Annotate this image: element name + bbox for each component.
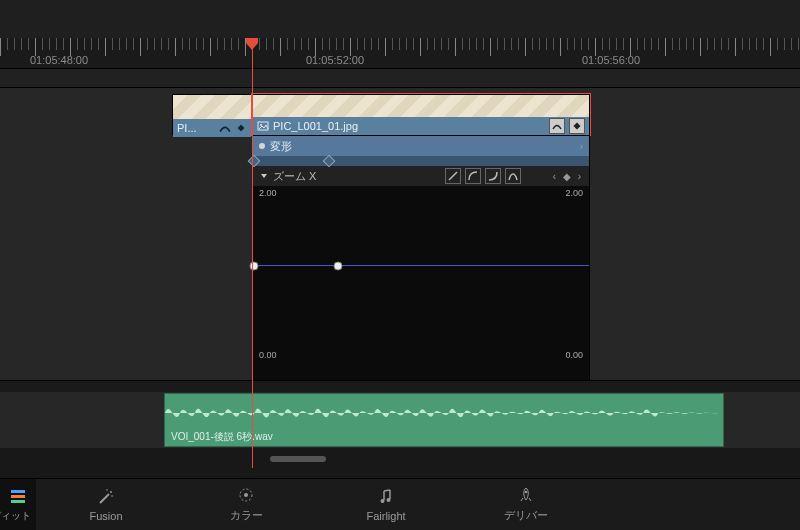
kf-section-header[interactable]: 変形 › — [253, 136, 589, 156]
clip-a-label: PI... — [177, 122, 197, 134]
kf-curve-line — [253, 265, 589, 266]
kf-val-topright: 2.00 — [565, 188, 583, 198]
ruler-tc-0: 01:05:48:00 — [30, 54, 88, 66]
below-tracks — [0, 448, 800, 478]
kf-val-topleft: 2.00 — [259, 188, 277, 198]
music-note-icon — [377, 488, 395, 506]
kf-graph[interactable] — [253, 200, 589, 348]
image-icon — [257, 120, 269, 132]
clip-b-curve-toggle[interactable] — [549, 118, 565, 134]
tab-fusion[interactable]: Fusion — [36, 479, 176, 530]
clip-a-diamond-icon[interactable] — [235, 122, 247, 134]
kf-section-label: 変形 — [270, 139, 292, 154]
kf-param-label[interactable]: ズーム X — [273, 169, 316, 184]
video-clip-b[interactable]: PIC_L001_01.jpg — [252, 94, 590, 135]
svg-rect-3 — [573, 122, 580, 129]
color-wheel-icon — [237, 486, 255, 504]
tab-edit[interactable]: ディット — [0, 479, 36, 530]
svg-rect-5 — [11, 490, 25, 493]
interp-easein-button[interactable] — [465, 168, 481, 184]
tab-fusion-label: Fusion — [89, 510, 122, 522]
kf-val-botleft: 0.00 — [259, 350, 277, 360]
kf-marker-1[interactable] — [324, 156, 334, 166]
svg-rect-7 — [11, 500, 25, 503]
interp-easeout-button[interactable] — [485, 168, 501, 184]
kf-dot-0[interactable] — [250, 262, 259, 271]
svg-point-9 — [106, 489, 108, 491]
timeline-ruler[interactable]: 01:05:48:00 01:05:52:00 01:05:56:00 — [0, 38, 800, 68]
clip-b-keyframe-toggle[interactable] — [569, 118, 585, 134]
kf-nav[interactable]: ‹ ◆ › — [553, 171, 583, 182]
tab-color-label: カラー — [230, 508, 263, 523]
kf-dot-1[interactable] — [334, 262, 343, 271]
interp-bezier-button[interactable] — [505, 168, 521, 184]
kf-param-row: ズーム X ‹ ◆ › — [253, 166, 589, 186]
clip-b-thumb — [253, 95, 589, 117]
wand-icon — [97, 488, 115, 506]
tab-fairlight-label: Fairlight — [366, 510, 405, 522]
track-gap — [0, 380, 800, 392]
svg-point-13 — [381, 499, 385, 503]
rocket-icon — [517, 486, 535, 504]
svg-point-12 — [244, 493, 248, 497]
audio-clip[interactable]: VOI_001-後説 6秒.wav — [164, 393, 724, 447]
top-strip — [0, 0, 800, 38]
ruler-tc-1: 01:05:52:00 — [306, 54, 364, 66]
svg-rect-0 — [238, 125, 245, 132]
edit-icon — [9, 487, 27, 505]
chevron-right-icon[interactable]: › — [580, 141, 583, 152]
interp-linear-button[interactable] — [445, 168, 461, 184]
tab-deliver[interactable]: デリバー — [456, 479, 596, 530]
svg-point-8 — [110, 491, 112, 493]
tab-color[interactable]: カラー — [176, 479, 316, 530]
clip-a-curve-icon[interactable] — [219, 122, 231, 134]
kf-marker-row[interactable] — [253, 156, 589, 166]
tab-fairlight[interactable]: Fairlight — [316, 479, 456, 530]
svg-rect-6 — [11, 495, 25, 498]
svg-point-10 — [111, 495, 113, 497]
video-track-header-lane — [0, 68, 800, 88]
ruler-tc-2: 01:05:56:00 — [582, 54, 640, 66]
tab-edit-label: ディット — [0, 509, 31, 523]
audio-waveform — [165, 394, 723, 432]
kf-val-botright: 0.00 — [565, 350, 583, 360]
keyframe-panel: 変形 › ズーム X ‹ ◆ › 2.00 2.00 0.00 0.00 — [252, 135, 590, 381]
svg-point-14 — [387, 498, 391, 502]
clip-b-filename: PIC_L001_01.jpg — [273, 120, 358, 132]
clip-a-thumb — [173, 95, 251, 119]
horizontal-scrollbar[interactable] — [270, 456, 326, 462]
audio-clip-filename: VOI_001-後説 6秒.wav — [171, 430, 273, 444]
page-tab-bar: ディット Fusion カラー Fairlight デリバー — [0, 478, 800, 530]
bullet-icon — [259, 143, 265, 149]
dropdown-icon[interactable] — [259, 171, 269, 181]
playhead-handle[interactable] — [245, 36, 259, 48]
svg-point-15 — [525, 491, 528, 494]
playhead-line[interactable] — [252, 38, 253, 468]
tab-deliver-label: デリバー — [504, 508, 548, 523]
video-clip-a[interactable]: PI... — [172, 94, 252, 135]
